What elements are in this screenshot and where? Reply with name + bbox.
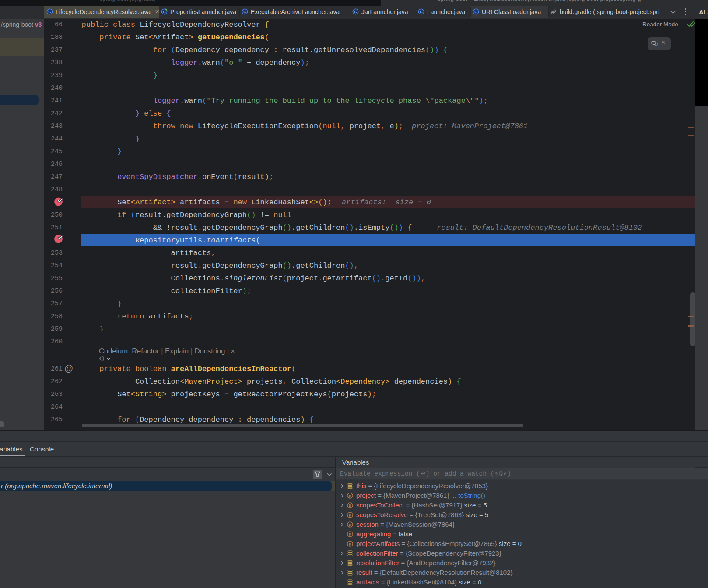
svg-text:p: p — [349, 512, 351, 517]
svg-text:p: p — [349, 522, 351, 527]
svg-text:p: p — [349, 503, 351, 508]
svg-text:p: p — [349, 532, 351, 536]
svg-text:p: p — [349, 493, 351, 498]
svg-text:p: p — [349, 541, 351, 546]
